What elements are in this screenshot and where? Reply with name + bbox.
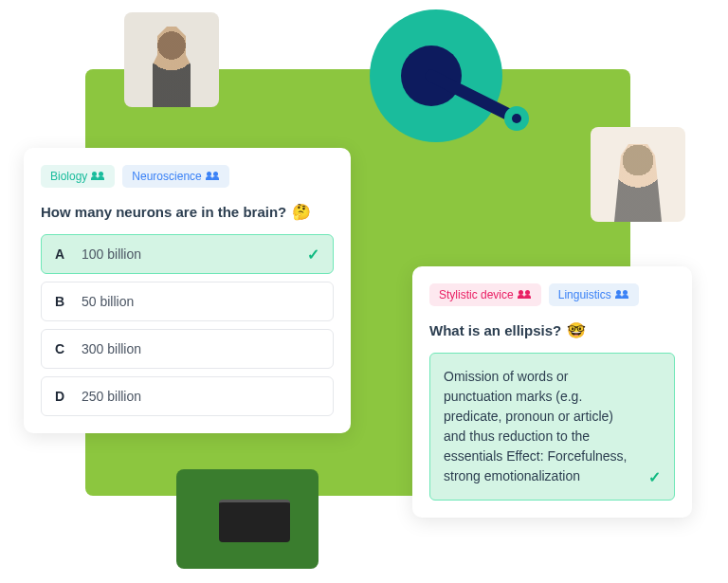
option-c[interactable]: C 300 billion bbox=[41, 329, 334, 369]
option-letter: C bbox=[55, 341, 82, 356]
user-photo-laptop bbox=[176, 469, 318, 569]
nerd-emoji: 🤓 bbox=[567, 321, 586, 339]
people-icon bbox=[92, 172, 105, 181]
checkmark-icon: ✓ bbox=[648, 466, 661, 489]
option-text: 300 billion bbox=[82, 341, 141, 356]
people-icon bbox=[616, 290, 629, 300]
svg-point-4 bbox=[512, 114, 521, 123]
brand-logo-shape bbox=[351, 9, 540, 161]
option-text: 50 billion bbox=[82, 294, 134, 309]
tag-stylistic-device[interactable]: Stylistic device bbox=[429, 283, 541, 306]
answer-text: Omission of words or punctuation marks (… bbox=[444, 369, 628, 483]
option-text: 250 billion bbox=[82, 389, 141, 404]
quiz-card-ellipsis: Stylistic device Linguistics What is an … bbox=[412, 266, 692, 518]
tag-label: Stylistic device bbox=[439, 288, 514, 301]
tag-label: Linguistics bbox=[558, 288, 611, 301]
people-icon bbox=[207, 172, 220, 181]
tag-biology[interactable]: Biology bbox=[41, 165, 115, 188]
quiz-card-neurons: Biology Neuroscience How many neurons ar… bbox=[24, 148, 351, 433]
option-text: 100 billion bbox=[82, 246, 141, 262]
checkmark-icon: ✓ bbox=[307, 246, 319, 264]
question-label: What is an ellipsis? bbox=[429, 322, 561, 338]
option-letter: A bbox=[55, 246, 82, 262]
option-letter: B bbox=[55, 294, 82, 309]
option-letter: D bbox=[55, 389, 82, 404]
people-icon bbox=[519, 290, 532, 300]
thinking-emoji: 🤔 bbox=[292, 203, 311, 221]
question-label: How many neurons are in the brain? bbox=[41, 204, 286, 220]
answer-box: Omission of words or punctuation marks (… bbox=[429, 353, 675, 501]
option-d[interactable]: D 250 billion bbox=[41, 376, 334, 416]
tag-neuroscience[interactable]: Neuroscience bbox=[122, 165, 228, 188]
tag-label: Neuroscience bbox=[132, 170, 201, 183]
question-text: What is an ellipsis? 🤓 bbox=[429, 321, 675, 339]
tag-linguistics[interactable]: Linguistics bbox=[549, 283, 639, 306]
tag-row: Biology Neuroscience bbox=[41, 165, 334, 188]
user-avatar-2 bbox=[591, 127, 685, 222]
user-avatar-1 bbox=[124, 12, 219, 107]
question-text: How many neurons are in the brain? 🤔 bbox=[41, 203, 334, 221]
tag-label: Biology bbox=[50, 170, 87, 183]
option-b[interactable]: B 50 billion bbox=[41, 282, 334, 321]
tag-row: Stylistic device Linguistics bbox=[429, 283, 675, 306]
options-list: A 100 billion ✓ B 50 billion C 300 billi… bbox=[41, 234, 334, 416]
option-a[interactable]: A 100 billion ✓ bbox=[41, 234, 334, 274]
